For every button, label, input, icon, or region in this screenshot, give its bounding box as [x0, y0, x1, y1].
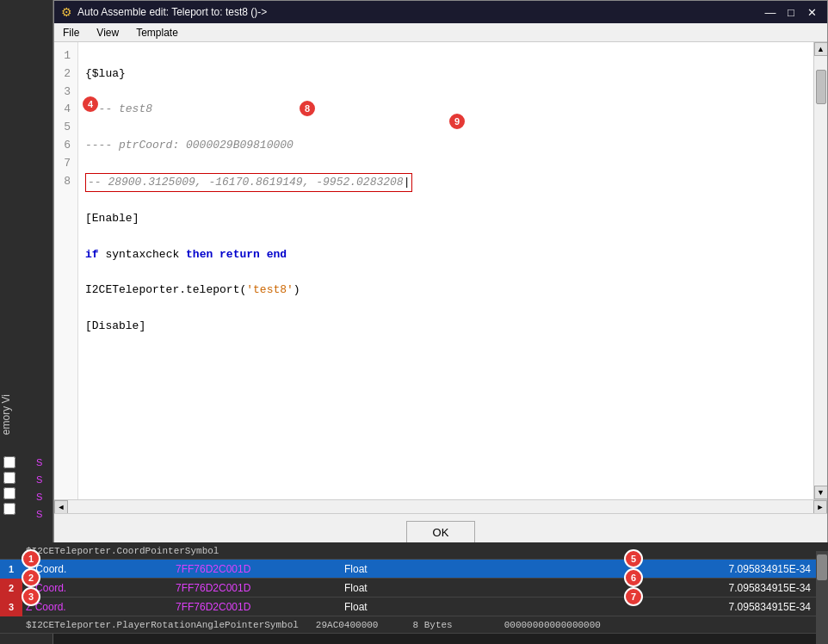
scroll-down-arrow[interactable]: ▼	[814, 486, 828, 499]
table-row-y[interactable]: 2 Y Coord. 7FF76D2C001D Float 7.09583491…	[0, 579, 828, 598]
symbol-row-bottom: $I2CETeleporter.PlayerRotationAnglePoint…	[0, 616, 828, 634]
line-num-5: 5	[59, 119, 71, 137]
x-coord-label: X Coord.	[0, 563, 172, 575]
checkbox-1[interactable]	[3, 456, 15, 468]
title-icon: ⚙	[61, 5, 72, 19]
auto-assemble-dialog: ⚙ Auto Assemble edit: Teleport to: test8…	[53, 0, 828, 551]
bottom-table: $I2CETeleporter.CoordPointerSymbol 1 X C…	[0, 542, 828, 634]
addr-bottom: 29AC0400000	[316, 620, 379, 630]
scrollbar-thumb[interactable]	[816, 70, 826, 104]
symbol-label-bottom: $I2CETeleporter.PlayerRotationAnglePoint…	[0, 620, 299, 630]
z-coord-label: Z Coord.	[0, 601, 172, 613]
scroll-left-arrow[interactable]: ◄	[54, 500, 68, 514]
menu-bar: File View Template	[54, 23, 827, 42]
left-s-labels: S S S S	[36, 455, 42, 522]
scroll-right-arrow[interactable]: ►	[813, 500, 827, 514]
code-line-7: I2CETeleporter.teleport('test8')	[85, 282, 806, 300]
table-row-x[interactable]: 1 X Coord. 7FF76D2C001D Float 7.09583491…	[0, 560, 828, 579]
dialog-title: Auto Assemble edit: Teleport to: test8 (…	[77, 6, 267, 18]
y-coord-value: 7.095834915E-34	[448, 582, 828, 594]
z-coord-addr: 7FF76D2C001D	[172, 601, 344, 613]
checkbox-2[interactable]	[3, 472, 15, 484]
minimize-button[interactable]: —	[762, 3, 779, 21]
title-bar-left: ⚙ Auto Assemble edit: Teleport to: test8…	[61, 5, 267, 19]
scroll-up-arrow[interactable]: ▲	[814, 42, 828, 56]
line-num-3: 3	[59, 84, 71, 102]
symbol-label-top: $I2CETeleporter.CoordPointerSymbol	[0, 546, 219, 556]
line-numbers: 1 2 3 4 5 6 7 8	[54, 42, 78, 499]
s-label-3: S	[36, 489, 42, 505]
code-line-6: if syntaxcheck then return end	[85, 246, 806, 264]
title-buttons[interactable]: — □ ✕	[762, 3, 820, 21]
x-coord-value: 7.095834915E-34	[448, 563, 828, 575]
checkbox-3[interactable]	[3, 487, 15, 499]
code-line-8: [Disable]	[85, 318, 806, 336]
s-label-4: S	[36, 506, 42, 522]
s-label-1: S	[36, 455, 42, 470]
y-coord-addr: 7FF76D2C001D	[172, 582, 344, 594]
horizontal-scrollbar[interactable]: ◄ ►	[54, 499, 827, 513]
y-coord-label: Y Coord.	[0, 582, 172, 594]
maximize-button[interactable]: □	[782, 3, 800, 21]
line-num-7: 7	[59, 155, 71, 173]
menu-file[interactable]: File	[54, 25, 88, 40]
code-line-3: ---- ptrCoord: 0000029B09810000	[85, 137, 806, 155]
memory-viewer-label: emory Vi	[0, 391, 53, 438]
close-button[interactable]: ✕	[803, 3, 820, 21]
z-coord-value: 7.095834915E-34	[448, 601, 828, 613]
right-scrollbar[interactable]	[816, 551, 828, 644]
menu-template[interactable]: Template	[127, 25, 187, 40]
line-num-4: 4	[59, 101, 71, 119]
right-scroll-thumb[interactable]	[817, 554, 827, 580]
line-num-1: 1	[59, 47, 71, 65]
y-coord-type: Float	[344, 582, 448, 594]
h-track	[68, 502, 813, 512]
left-checkboxes[interactable]	[3, 456, 15, 515]
line-num-2: 2	[59, 65, 71, 84]
code-line-4: -- 28900.3125009, -16170.8619149, -9952.…	[85, 173, 806, 193]
row-num-1: 1	[0, 560, 22, 579]
s-label-2: S	[36, 472, 42, 487]
row-num-2: 2	[0, 579, 22, 598]
code-editor: 1 2 3 4 5 6 7 8 {$lua} ---- test8 ---- p…	[54, 42, 827, 499]
code-line-5: [Enable]	[85, 210, 806, 228]
title-bar: ⚙ Auto Assemble edit: Teleport to: test8…	[54, 1, 827, 23]
code-line-1: {$lua}	[85, 65, 806, 84]
checkbox-4[interactable]	[3, 503, 15, 515]
type-bottom: 8 Bytes	[412, 620, 452, 630]
line-num-8: 8	[59, 173, 71, 191]
table-row-z[interactable]: 3 Z Coord. 7FF76D2C001D Float 7.09583491…	[0, 598, 828, 616]
x-coord-type: Float	[344, 563, 448, 575]
row-num-3: 3	[0, 598, 22, 616]
z-coord-type: Float	[344, 601, 448, 613]
symbol-row-top: $I2CETeleporter.CoordPointerSymbol	[0, 542, 828, 560]
ok-button[interactable]: OK	[406, 521, 475, 543]
menu-view[interactable]: View	[88, 25, 127, 40]
code-line-2: ---- test8	[85, 101, 806, 119]
x-coord-addr: 7FF76D2C001D	[172, 563, 344, 575]
value-bottom: 00000000000000000	[504, 620, 601, 630]
line-num-6: 6	[59, 137, 71, 155]
code-text[interactable]: {$lua} ---- test8 ---- ptrCoord: 0000029…	[78, 42, 813, 499]
vertical-scrollbar[interactable]: ▲ ▼	[813, 42, 827, 499]
